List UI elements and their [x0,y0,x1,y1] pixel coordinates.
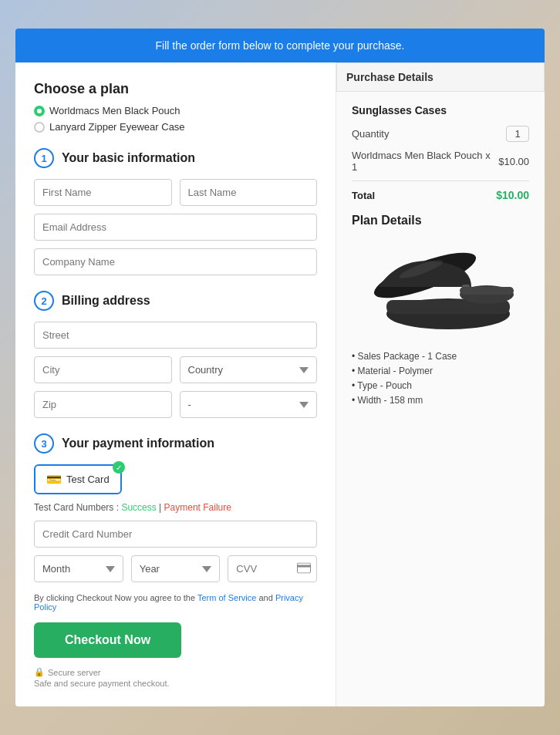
year-select[interactable]: Year 2024 2025 2026 2027 2028 [131,555,221,582]
product-image [363,237,518,337]
right-panel: Purchase Details Sunglasses Cases Quanti… [336,62,545,706]
top-banner: Fill the order form below to complete yo… [15,29,545,62]
safe-label: Safe and secure payment checkout. [34,679,317,688]
zip-state-row: - [34,391,317,418]
state-select[interactable]: - [180,391,318,418]
feature-4: Width - 158 mm [352,395,529,406]
choose-plan-title: Choose a plan [34,81,317,97]
success-link[interactable]: Success [121,502,156,513]
company-row [34,248,317,275]
month-wrap: Month 01 02 03 04 05 06 07 08 09 10 11 1… [34,555,123,582]
city-country-row: Country United States United Kingdom Can… [34,356,317,383]
plan-label-2: Lanyard Zipper Eyewear Case [49,121,185,133]
total-price: $10.00 [496,189,529,201]
cvv-wrap [228,555,317,582]
feature-3: Type - Pouch [352,380,529,391]
quantity-row: Quantity 1 [352,126,529,142]
country-select[interactable]: Country United States United Kingdom Can… [180,356,318,383]
secure-label: Secure server [48,668,100,677]
credit-card-row [34,521,317,548]
check-icon: ✓ [113,461,125,474]
last-name-input[interactable] [180,179,318,206]
test-card-numbers-label: Test Card Numbers : [34,502,119,513]
cvv-row: Month 01 02 03 04 05 06 07 08 09 10 11 1… [34,555,317,582]
credit-card-icon: 💳 [46,472,62,487]
feature-list: Sales Package - 1 Case Material - Polyme… [352,351,529,406]
feature-1: Sales Package - 1 Case [352,351,529,362]
product-price: $10.00 [498,156,529,167]
checkout-container: Fill the order form below to complete yo… [15,29,545,706]
street-input[interactable] [34,322,317,349]
product-image-container [352,237,529,340]
quantity-value: 1 [506,126,529,142]
left-panel: Choose a plan Worldmacs Men Black Pouch … [15,62,336,706]
test-card-button[interactable]: 💳 Test Card ✓ [34,464,122,494]
zip-input[interactable] [34,391,172,418]
svg-rect-0 [298,563,311,573]
product-category: Sunglasses Cases [352,104,529,116]
section-1-number: 1 [34,148,54,168]
checkout-button[interactable]: Checkout Now [34,622,181,658]
section-3-header: 3 Your payment information [34,433,317,453]
tos-conjunction: and [258,593,275,602]
main-card: Choose a plan Worldmacs Men Black Pouch … [15,62,545,706]
total-row: Total $10.00 [352,180,529,201]
company-input[interactable] [34,248,317,275]
plan-option-1[interactable]: Worldmacs Men Black Pouch [34,105,317,116]
test-card-info: Test Card Numbers : Success | Payment Fa… [34,502,317,513]
email-row [34,214,317,241]
svg-rect-7 [460,287,514,295]
city-input[interactable] [34,356,172,383]
plan-radio-2 [34,122,45,133]
section-1-header: 1 Your basic information [34,148,317,168]
plan-details-title: Plan Details [352,214,529,228]
product-price-row: Worldmacs Men Black Pouch x 1 $10.00 [352,150,529,173]
tos-link[interactable]: Term of Service [197,593,256,602]
total-label: Total [352,190,375,201]
test-card-label: Test Card [66,474,110,485]
product-line: Worldmacs Men Black Pouch x 1 [352,150,498,173]
tos-text: By clicking Checkout Now you agree to th… [34,593,317,612]
section-3-title: Your payment information [62,437,214,450]
year-wrap: Year 2024 2025 2026 2027 2028 [131,555,221,582]
name-row [34,179,317,206]
banner-text: Fill the order form below to complete yo… [156,39,405,52]
payment-failure-link[interactable]: Payment Failure [164,502,231,513]
feature-2: Material - Polymer [352,366,529,376]
section-2-number: 2 [34,291,54,311]
section-3-number: 3 [34,433,54,453]
section-2-title: Billing address [62,294,150,308]
section-2-header: 2 Billing address [34,291,317,311]
street-row [34,322,317,349]
first-name-input[interactable] [34,179,172,206]
cvv-card-icon [297,562,311,575]
tos-prefix: By clicking Checkout Now you agree to th… [34,593,197,602]
email-input[interactable] [34,214,317,241]
plan-option-2[interactable]: Lanyard Zipper Eyewear Case [34,121,317,133]
plan-radio-1 [34,106,45,116]
secure-info: 🔒 Secure server [34,667,317,677]
credit-card-input[interactable] [34,521,317,548]
month-select[interactable]: Month 01 02 03 04 05 06 07 08 09 10 11 1… [34,555,123,582]
quantity-label: Quantity [352,128,389,140]
plan-label-1: Worldmacs Men Black Pouch [49,105,180,116]
section-1-title: Your basic information [62,151,195,165]
lock-icon: 🔒 [34,667,45,677]
svg-rect-1 [297,565,311,567]
purchase-details-title: Purchase Details [336,62,545,92]
